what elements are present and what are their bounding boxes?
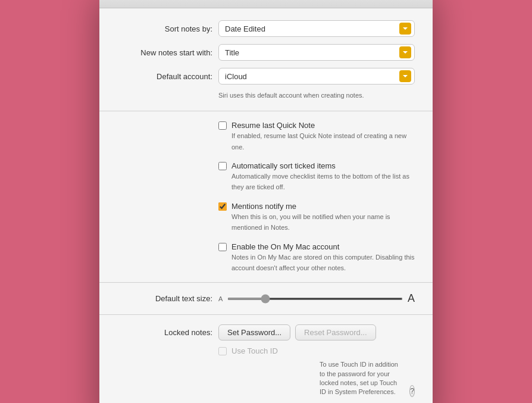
default-account-row: Default account: iCloud On My Mac (117, 68, 415, 85)
auto-sort-label: Automatically sort ticked items (231, 161, 415, 170)
dropdowns-section: Sort notes by: Date Edited Date Created … (99, 20, 433, 111)
set-password-button[interactable]: Set Password... (218, 324, 290, 340)
on-my-mac-desc: Notes in On My Mac are stored on this co… (231, 254, 415, 271)
on-my-mac-row: Enable the On My Mac account Notes in On… (117, 242, 415, 273)
touch-id-description: To use Touch ID in addition to the passw… (320, 360, 405, 397)
mentions-desc: When this is on, you will be notified wh… (231, 213, 390, 231)
touch-id-label: Use Touch ID (231, 346, 278, 355)
text-size-slider[interactable] (227, 298, 403, 300)
new-notes-row: New notes start with: Title Body Date (117, 44, 415, 61)
new-notes-select-wrapper: Title Body Date (218, 44, 415, 61)
content-area: Sort notes by: Date Edited Date Created … (99, 8, 433, 403)
mentions-col: Mentions notify me When this is on, you … (218, 202, 415, 233)
default-account-select-wrapper: iCloud On My Mac (218, 68, 415, 85)
default-account-label: Default account: (117, 72, 218, 81)
new-notes-label: New notes start with: (117, 48, 218, 57)
locked-notes-section: Locked notes: Set Password... Reset Pass… (99, 315, 433, 403)
resume-quick-note-row: Resume last Quick Note If enabled, resum… (117, 121, 415, 152)
sort-notes-select[interactable]: Date Edited Date Created Title (218, 20, 415, 37)
slider-wrapper: A A (218, 292, 415, 305)
sort-notes-row: Sort notes by: Date Edited Date Created … (117, 20, 415, 37)
text-size-row: Default text size: A A (117, 292, 415, 305)
resume-quick-note-label: Resume last Quick Note (231, 121, 415, 130)
on-my-mac-col: Enable the On My Mac account Notes in On… (218, 242, 415, 273)
large-a-label: A (408, 292, 415, 305)
resume-quick-note-col: Resume last Quick Note If enabled, resum… (218, 121, 415, 152)
touch-id-checkbox[interactable] (218, 347, 227, 355)
on-my-mac-label: Enable the On My Mac account (231, 242, 415, 251)
preferences-window: Preferences Sort notes by: Date Edited D… (99, 0, 433, 403)
resume-quick-note-desc: If enabled, resume last Quick Note inste… (231, 132, 406, 150)
auto-sort-col: Automatically sort ticked items Automati… (218, 161, 415, 192)
new-notes-select[interactable]: Title Body Date (218, 44, 415, 61)
text-size-label: Default text size: (117, 294, 218, 303)
siri-note: Siri uses this default account when crea… (218, 92, 415, 101)
window-title: Preferences (244, 0, 288, 1)
text-size-section: Default text size: A A (99, 283, 433, 315)
auto-sort-desc: Automatically move checklist items to th… (231, 173, 409, 190)
touch-id-desc-row: To use Touch ID in addition to the passw… (218, 360, 415, 397)
password-buttons: Set Password... Reset Password... (218, 324, 376, 340)
mentions-row: Mentions notify me When this is on, you … (117, 202, 415, 233)
mentions-checkbox[interactable] (218, 202, 227, 211)
checkboxes-section: Resume last Quick Note If enabled, resum… (99, 111, 433, 283)
resume-quick-note-checkbox[interactable] (218, 121, 227, 130)
auto-sort-checkbox[interactable] (218, 162, 227, 170)
locked-notes-row: Locked notes: Set Password... Reset Pass… (117, 324, 415, 340)
small-a-label: A (218, 295, 223, 302)
auto-sort-row: Automatically sort ticked items Automati… (117, 161, 415, 192)
on-my-mac-checkbox[interactable] (218, 243, 227, 251)
reset-password-button[interactable]: Reset Password... (295, 324, 376, 340)
default-account-select[interactable]: iCloud On My Mac (218, 68, 415, 85)
locked-notes-label: Locked notes: (117, 328, 218, 337)
sort-notes-label: Sort notes by: (117, 24, 218, 33)
help-button[interactable]: ? (409, 385, 415, 397)
mentions-label: Mentions notify me (231, 202, 415, 211)
touch-id-row: Use Touch ID (218, 346, 415, 355)
sort-notes-select-wrapper: Date Edited Date Created Title (218, 20, 415, 37)
titlebar: Preferences (99, 0, 433, 8)
